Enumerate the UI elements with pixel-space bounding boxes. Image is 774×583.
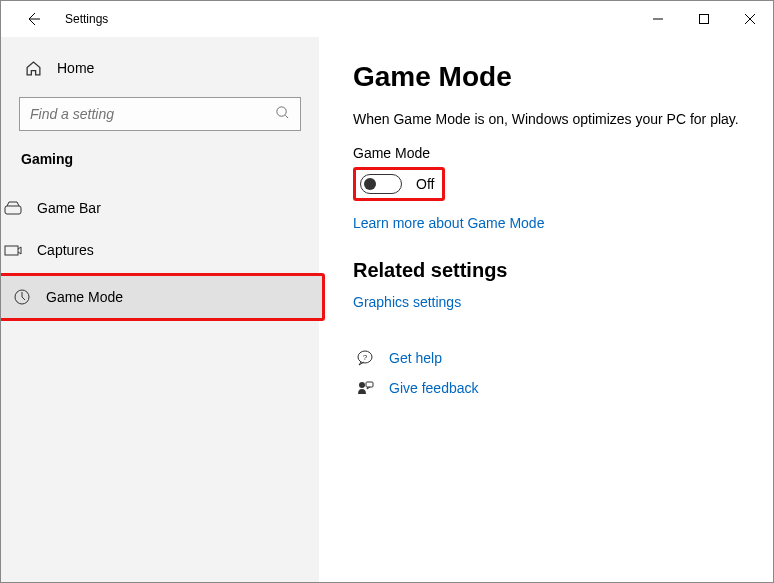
game-mode-icon [12, 289, 32, 305]
svg-rect-0 [700, 15, 709, 24]
close-button[interactable] [727, 3, 773, 35]
home-icon [23, 60, 43, 77]
svg-rect-8 [366, 382, 373, 387]
sidebar-item-label: Game Bar [37, 200, 101, 216]
svg-point-7 [359, 382, 365, 388]
sidebar-item-label: Game Mode [46, 289, 123, 305]
search-icon [275, 105, 290, 124]
svg-text:?: ? [363, 353, 368, 362]
svg-rect-3 [5, 246, 18, 255]
learn-more-link[interactable]: Learn more about Game Mode [353, 215, 739, 231]
home-label: Home [57, 60, 94, 76]
back-button[interactable] [19, 5, 47, 33]
give-feedback-link[interactable]: Give feedback [389, 380, 479, 396]
sidebar: Home Gaming Game Bar Captures [1, 37, 319, 582]
captures-icon [3, 243, 23, 257]
main-panel: Game Mode When Game Mode is on, Windows … [319, 37, 773, 582]
toggle-knob [364, 178, 376, 190]
home-link[interactable]: Home [19, 49, 301, 87]
maximize-button[interactable] [681, 3, 727, 35]
page-title: Game Mode [353, 61, 739, 93]
search-box[interactable] [19, 97, 301, 131]
page-description: When Game Mode is on, Windows optimizes … [353, 111, 739, 127]
sidebar-item-captures[interactable]: Captures [0, 229, 337, 271]
feedback-icon [353, 380, 377, 396]
game-mode-toggle[interactable] [360, 174, 402, 194]
search-input[interactable] [30, 106, 275, 122]
category-heading: Gaming [19, 151, 301, 167]
graphics-settings-link[interactable]: Graphics settings [353, 294, 739, 310]
svg-point-1 [277, 106, 286, 115]
help-icon: ? [353, 350, 377, 366]
sidebar-item-game-bar[interactable]: Game Bar [0, 187, 337, 229]
sidebar-item-label: Captures [37, 242, 94, 258]
toggle-label: Game Mode [353, 145, 739, 161]
related-heading: Related settings [353, 259, 739, 282]
window-title: Settings [65, 12, 108, 26]
get-help-link[interactable]: Get help [389, 350, 442, 366]
svg-rect-2 [5, 206, 21, 214]
minimize-button[interactable] [635, 3, 681, 35]
toggle-state: Off [416, 176, 434, 192]
sidebar-item-game-mode[interactable]: Game Mode [0, 276, 322, 318]
game-bar-icon [3, 201, 23, 215]
